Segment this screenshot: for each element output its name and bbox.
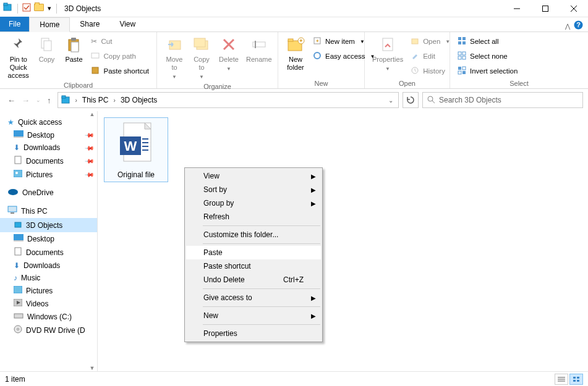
address-dropdown-icon[interactable]: ⌄ [388, 97, 396, 104]
delete-button[interactable]: Delete▼ [215, 33, 242, 74]
sidebar-scrollbar[interactable]: ▲ ▼ [87, 111, 97, 371]
sidebar-item-music[interactable]: ♪Music [0, 272, 97, 284]
rename-button[interactable]: Rename [242, 33, 276, 65]
context-properties[interactable]: Properties [186, 327, 321, 340]
refresh-button[interactable] [403, 92, 419, 108]
svg-rect-36 [462, 41, 466, 44]
sidebar-item-documents[interactable]: Documents📌 [0, 154, 97, 168]
paste-icon [64, 35, 83, 54]
properties-button[interactable]: Properties▼ [369, 33, 407, 74]
context-group-by[interactable]: Group by▶ [186, 196, 321, 210]
tab-view[interactable]: View [109, 17, 145, 31]
context-undo-delete[interactable]: Undo DeleteCtrl+Z [186, 273, 321, 287]
icons-view-button[interactable] [569, 374, 583, 385]
breadcrumb-3d-objects[interactable]: 3D Objects [119, 96, 158, 104]
tab-file[interactable]: File [0, 17, 29, 31]
qat-dropdown-icon[interactable]: ▾ [48, 4, 51, 12]
new-item-icon: ✦ [313, 36, 322, 46]
context-sort-by[interactable]: Sort by▶ [186, 183, 321, 196]
cut-button[interactable]: ✂Cut [90, 35, 150, 48]
maximize-button[interactable] [531, 0, 560, 17]
move-to-button[interactable]: Move to▼ [161, 33, 188, 82]
drive-icon [14, 312, 23, 321]
sidebar-item-videos[interactable]: Videos [0, 297, 97, 310]
pin-to-quick-access-button[interactable]: Pin to Quick access [4, 33, 33, 81]
file-item-original-file[interactable]: W Original file [104, 117, 168, 182]
history-button[interactable]: History [409, 64, 451, 78]
copy-path-button[interactable]: Copy path [90, 49, 150, 63]
sidebar-item-this-pc[interactable]: This PC [0, 204, 97, 218]
context-customize-folder[interactable]: Customize this folder... [186, 228, 321, 241]
minimize-button[interactable] [503, 0, 531, 17]
svg-rect-49 [14, 130, 23, 136]
objects3d-icon [14, 220, 22, 230]
svg-rect-24 [288, 39, 293, 41]
downloads-icon: ⬇ [14, 261, 20, 270]
tab-home[interactable]: Home [29, 17, 70, 32]
paste-shortcut-button[interactable]: Paste shortcut [90, 64, 150, 78]
scroll-up-icon[interactable]: ▲ [90, 111, 95, 117]
select-none-button[interactable]: Select none [456, 49, 519, 63]
sidebar-item-onedrive[interactable]: OneDrive [0, 186, 97, 199]
copy-to-button[interactable]: Copy to▼ [188, 33, 215, 82]
breadcrumb-this-pc[interactable]: This PC [81, 96, 110, 104]
search-input[interactable]: Search 3D Objects [422, 92, 583, 108]
copy-path-icon [91, 51, 100, 61]
this-pc-icon [7, 206, 17, 216]
svg-rect-41 [458, 67, 461, 70]
search-icon [427, 95, 435, 106]
svg-rect-51 [15, 156, 21, 164]
close-button[interactable] [560, 0, 588, 17]
easy-access-icon [313, 51, 322, 61]
app-icon [2, 2, 14, 15]
svg-rect-13 [71, 38, 76, 41]
context-new[interactable]: New▶ [186, 309, 321, 322]
sidebar-item-downloads[interactable]: ⬇Downloads📌 [0, 141, 97, 154]
recent-locations-button[interactable]: ⌄ [36, 97, 41, 103]
copy-button[interactable]: Copy [33, 33, 60, 65]
context-view[interactable]: View▶ [186, 169, 321, 183]
desktop-icon [14, 234, 23, 243]
content-pane[interactable]: W Original file [98, 111, 588, 371]
new-folder-button[interactable]: ✦New folder [282, 33, 309, 73]
qat-folder-icon[interactable] [34, 4, 44, 13]
svg-rect-38 [462, 52, 466, 55]
sidebar-item-desktop[interactable]: Desktop📌 [0, 128, 97, 141]
context-paste[interactable]: Paste [186, 246, 321, 259]
desktop-icon [14, 130, 23, 140]
context-paste-shortcut[interactable]: Paste shortcut [186, 259, 321, 273]
edit-button[interactable]: Edit [409, 49, 451, 63]
context-refresh[interactable]: Refresh [186, 210, 321, 224]
scroll-down-icon[interactable]: ▼ [90, 365, 95, 371]
select-all-button[interactable]: Select all [456, 35, 519, 48]
paste-button[interactable]: Paste [60, 33, 87, 65]
sidebar-item-dvd[interactable]: DVD RW Drive (D [0, 323, 97, 337]
ribbon-group-select: Select [454, 79, 584, 88]
chevron-right-icon[interactable]: › [73, 97, 80, 104]
up-button[interactable]: ↑ [47, 96, 51, 105]
invert-selection-button[interactable]: Invert selection [456, 64, 519, 78]
sidebar-item-pictures-2[interactable]: Pictures [0, 284, 97, 297]
sidebar-item-quick-access[interactable]: ★Quick access [0, 116, 97, 128]
forward-button[interactable]: → [22, 96, 30, 105]
sidebar-item-3d-objects[interactable]: 3D Objects [0, 218, 97, 232]
sidebar-item-windows-c[interactable]: Windows (C:) [0, 310, 97, 323]
sidebar-item-pictures[interactable]: Pictures📌 [0, 168, 97, 181]
dvd-icon [14, 325, 22, 335]
svg-line-48 [432, 101, 435, 103]
chevron-right-icon[interactable]: › [111, 97, 118, 104]
address-bar[interactable]: › This PC › 3D Objects ⌄ [58, 92, 399, 108]
sidebar-item-desktop-2[interactable]: Desktop [0, 232, 97, 245]
back-button[interactable]: ← [7, 96, 15, 105]
open-button[interactable]: Open▼ [409, 35, 451, 48]
sidebar-item-downloads-2[interactable]: ⬇Downloads [0, 259, 97, 272]
details-view-button[interactable] [555, 374, 568, 385]
ribbon-collapse-icon[interactable]: ⋀ [565, 23, 570, 30]
pictures-icon [14, 286, 22, 295]
context-give-access-to[interactable]: Give access to▶ [186, 291, 321, 304]
svg-text:W: W [124, 138, 137, 154]
sidebar-item-documents-2[interactable]: Documents [0, 245, 97, 259]
help-icon[interactable]: ? [574, 20, 583, 31]
tab-share[interactable]: Share [70, 17, 109, 31]
qat-checkbox-icon[interactable] [22, 2, 32, 14]
